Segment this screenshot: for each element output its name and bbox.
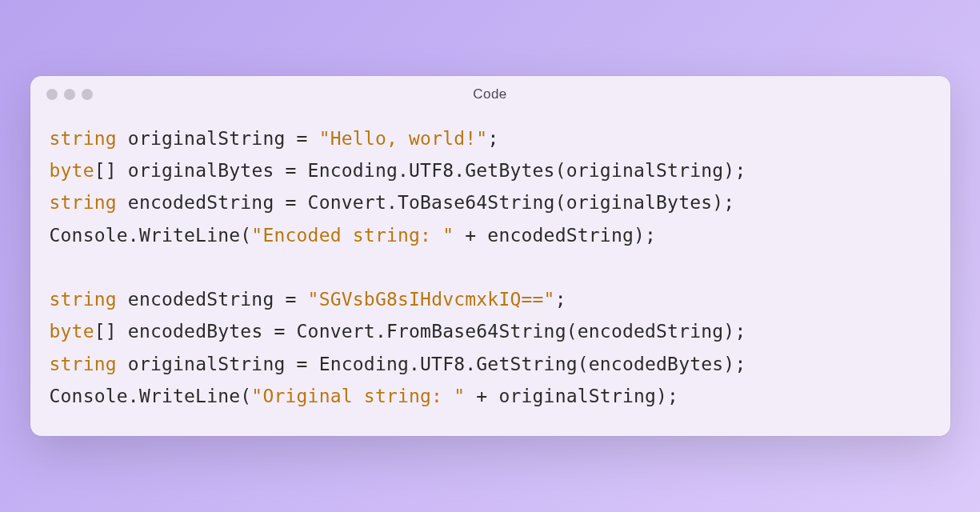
window-title: Code: [473, 86, 507, 102]
code-text: ;: [487, 128, 498, 149]
code-text: []: [94, 321, 128, 342]
string-literal: "Original string: ": [251, 386, 465, 406]
code-window: Code string originalString = "Hello, wor…: [30, 76, 950, 436]
keyword: string: [50, 289, 117, 310]
keyword: string: [50, 128, 117, 149]
keyword: string: [50, 354, 117, 374]
titlebar: Code: [30, 76, 950, 108]
code-text: encodedBytes = Convert.FromBase64String(…: [128, 321, 746, 342]
code-text: originalString =: [117, 128, 319, 149]
minimize-icon[interactable]: [64, 89, 75, 100]
string-literal: "SGVsbG8sIHdvcmxkIQ==": [308, 289, 555, 310]
string-literal: "Hello, world!": [319, 128, 488, 149]
close-icon[interactable]: [46, 89, 58, 100]
code-text: ;: [555, 289, 566, 310]
code-text: []: [94, 160, 128, 181]
code-text: Console.WriteLine(: [50, 225, 252, 246]
keyword: byte: [50, 160, 94, 181]
code-text: originalBytes = Encoding.UTF8.GetBytes(o…: [128, 160, 746, 181]
string-literal: "Encoded string: ": [251, 225, 454, 246]
code-block: string originalString = "Hello, world!";…: [30, 108, 950, 436]
keyword: byte: [50, 321, 94, 342]
keyword: string: [50, 192, 117, 213]
code-text: originalString = Encoding.UTF8.GetString…: [117, 354, 746, 374]
code-text: encodedString =: [117, 289, 308, 310]
code-text: encodedString = Convert.ToBase64String(o…: [117, 192, 735, 213]
code-text: + encodedString);: [454, 225, 656, 246]
maximize-icon[interactable]: [82, 89, 93, 100]
code-text: Console.WriteLine(: [50, 386, 252, 406]
code-text: + originalString);: [465, 386, 678, 406]
window-controls: [46, 89, 93, 100]
